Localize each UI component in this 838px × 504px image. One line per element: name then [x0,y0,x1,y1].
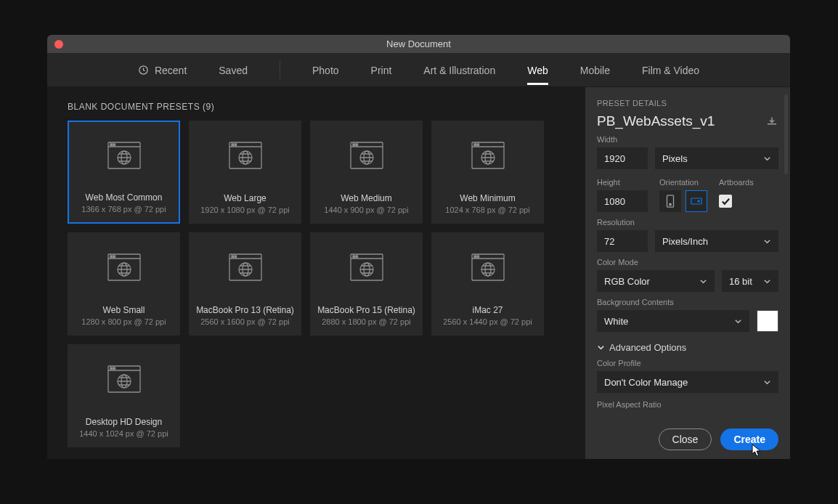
tab-photo[interactable]: Photo [312,55,339,85]
preset-subtitle: 2560 x 1440 px @ 72 ppi [443,317,532,326]
preset-card[interactable]: Web Small 1280 x 800 px @ 72 ppi [68,232,180,336]
svg-rect-45 [474,256,476,258]
globe-icon [107,122,141,188]
svg-rect-15 [353,144,355,146]
color-mode-label: Color Mode [597,258,778,267]
svg-rect-22 [477,144,479,146]
tab-print[interactable]: Print [371,55,392,85]
svg-rect-21 [474,144,476,146]
tab-recent-label: Recent [155,65,187,76]
background-contents-value: White [604,316,628,327]
preset-card[interactable]: iMac 27 2560 x 1440 px @ 72 ppi [431,232,544,336]
chevron-down-icon [763,277,771,285]
artboards-checkbox[interactable] [719,195,732,208]
tab-separator [280,60,280,79]
svg-rect-28 [113,256,115,258]
svg-rect-52 [113,367,115,370]
color-mode-value: RGB Color [604,276,650,287]
scrollbar[interactable] [784,94,788,174]
tab-art-illustration[interactable]: Art & Illustration [423,55,495,85]
preset-subtitle: 1440 x 1024 px @ 72 ppi [79,429,168,438]
resolution-label: Resolution [597,218,778,227]
chevron-down-icon [763,378,771,386]
svg-rect-4 [113,144,115,146]
preset-title: Web Small [103,305,145,315]
titlebar: New Document [47,35,790,53]
color-depth-select[interactable]: 16 bit [722,270,778,292]
create-button[interactable]: Create [720,428,778,450]
preset-subtitle: 2560 x 1600 px @ 72 ppi [200,317,289,326]
orientation-label: Orientation [659,178,707,187]
height-label: Height [597,178,648,187]
svg-rect-3 [110,144,113,146]
preset-name-field[interactable]: PB_WebAssets_v1 [597,113,715,129]
preset-title: Web Large [224,193,266,203]
resolution-input[interactable] [597,230,648,252]
svg-rect-16 [356,144,358,146]
color-profile-label: Color Profile [597,359,778,367]
svg-rect-40 [356,256,358,258]
svg-rect-9 [232,144,234,146]
width-input[interactable] [597,147,648,169]
globe-icon [229,121,262,189]
globe-icon [107,233,141,301]
svg-rect-33 [232,256,234,258]
svg-rect-10 [235,144,237,146]
width-label: Width [597,135,778,144]
globe-icon [350,233,383,301]
tab-film-video[interactable]: Film & Video [642,55,699,85]
globe-icon [229,233,262,301]
background-color-swatch[interactable] [757,310,778,332]
preset-subtitle: 1366 x 768 px @ 72 ppi [81,205,166,214]
color-profile-value: Don't Color Manage [604,377,688,388]
preset-title: Web Medium [341,193,391,203]
color-mode-select[interactable]: RGB Color [597,270,715,292]
preset-title: MacBook Pro 15 (Retina) [317,305,415,315]
svg-rect-46 [477,256,479,258]
width-unit-select[interactable]: Pixels [655,147,778,169]
advanced-options-toggle[interactable]: Advanced Options [597,342,778,353]
orientation-landscape-button[interactable] [686,190,707,212]
presets-header: BLANK DOCUMENT PRESETS (9) [68,102,585,112]
preset-details-panel: PRESET DETAILS PB_WebAssets_v1 Width Pix… [585,87,790,459]
tab-mobile[interactable]: Mobile [580,55,610,85]
tab-saved[interactable]: Saved [219,55,248,85]
preset-card[interactable]: Desktop HD Design 1440 x 1024 px @ 72 pp… [68,344,180,447]
preset-subtitle: 2880 x 1800 px @ 72 ppi [322,317,410,326]
background-contents-label: Background Contents [597,298,778,306]
preset-card[interactable]: Web Most Common 1366 x 768 px @ 72 ppi [68,121,180,224]
preset-card[interactable]: MacBook Pro 13 (Retina) 2560 x 1600 px @… [189,232,301,336]
preset-subtitle: 1024 x 768 px @ 72 ppi [445,206,529,214]
chevron-down-icon [763,237,771,245]
window-title: New Document [47,38,790,49]
preset-card[interactable]: Web Medium 1440 x 900 px @ 72 ppi [310,121,423,224]
preset-subtitle: 1280 x 800 px @ 72 ppi [81,317,166,326]
tab-web[interactable]: Web [527,55,548,85]
preset-card[interactable]: Web Minimum 1024 x 768 px @ 72 ppi [431,121,544,224]
tab-recent[interactable]: Recent [138,55,187,85]
presets-grid: Web Most Common 1366 x 768 px @ 72 ppi W… [68,121,585,447]
preset-card[interactable]: Web Large 1920 x 1080 px @ 72 ppi [189,121,301,224]
close-button[interactable]: Close [659,428,712,450]
preset-card[interactable]: MacBook Pro 15 (Retina) 2880 x 1800 px @… [310,232,423,336]
background-contents-select[interactable]: White [597,310,749,332]
globe-icon [471,121,505,189]
category-tabs: Recent Saved Photo Print Art & Illustrat… [47,53,790,87]
preset-title: Web Most Common [86,192,163,203]
save-preset-icon[interactable] [765,116,778,126]
globe-icon [471,233,505,301]
color-profile-select[interactable]: Don't Color Manage [597,371,778,393]
advanced-options-label: Advanced Options [609,342,686,353]
svg-rect-57 [691,198,701,204]
width-unit-value: Pixels [662,153,688,164]
svg-rect-34 [235,256,237,258]
resolution-unit-select[interactable]: Pixels/Inch [655,230,778,252]
globe-icon [107,345,141,412]
chevron-down-icon [699,277,707,285]
height-input[interactable] [597,190,648,212]
resolution-unit-value: Pixels/Inch [662,236,708,247]
new-document-window: New Document Recent Saved Photo Print Ar… [47,35,790,459]
svg-point-58 [698,200,699,202]
orientation-portrait-button[interactable] [659,190,681,212]
preset-details-header: PRESET DETAILS [597,99,778,107]
